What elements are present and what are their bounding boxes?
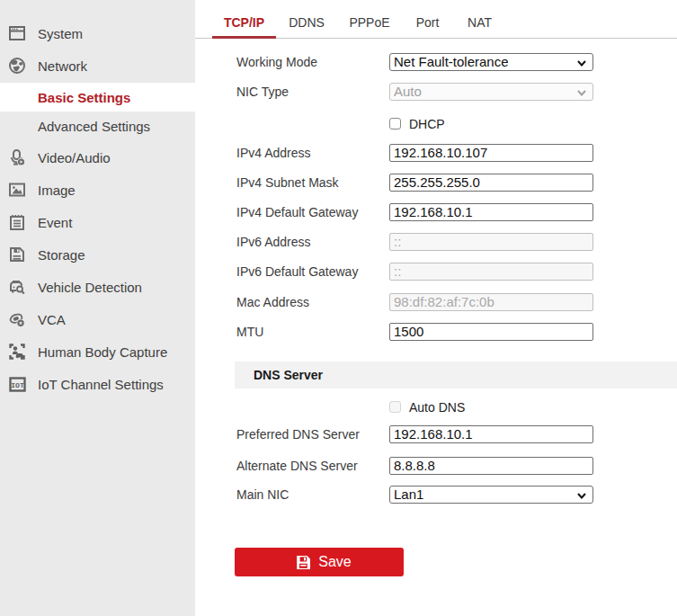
svg-text:IOT: IOT xyxy=(11,381,24,389)
